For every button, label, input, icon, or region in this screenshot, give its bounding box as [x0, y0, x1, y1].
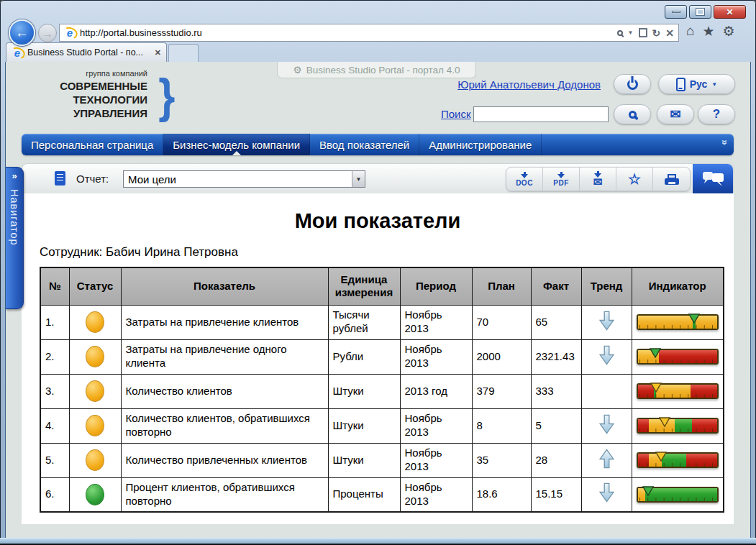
cell-trend	[581, 443, 632, 477]
col-header-status: Статус	[69, 267, 121, 305]
help-button[interactable]: ?	[698, 104, 735, 124]
cell-fact: 65	[531, 305, 581, 339]
cell-period: 2013 год	[400, 374, 472, 408]
browser-tab[interactable]: e Business Studio Portal - по... ✕	[6, 42, 167, 62]
send-mail-button[interactable]: ✉	[580, 168, 616, 191]
address-bar-icons: ▼ ↻ ✕	[617, 27, 674, 39]
cell-status	[69, 339, 121, 374]
url-text[interactable]: http://portal.businessstudio.ru	[80, 27, 613, 38]
comments-button[interactable]	[693, 164, 733, 194]
status-dot	[86, 311, 104, 333]
close-button[interactable]: ✕	[714, 5, 746, 19]
search-caret-icon[interactable]: ▼	[628, 29, 634, 36]
logout-button[interactable]	[614, 74, 651, 94]
cell-unit: Штуки	[328, 374, 400, 408]
favorites-star-icon[interactable]: ★	[702, 23, 714, 40]
status-dot	[86, 380, 104, 402]
cell-fact: 2321.43	[531, 339, 581, 374]
cell-plan: 379	[472, 374, 531, 408]
mail-button[interactable]: ✉	[657, 104, 694, 124]
gauge-bar	[637, 487, 719, 503]
compatibility-view-icon[interactable]	[639, 28, 647, 37]
cell-fact: 28	[531, 443, 581, 477]
favorite-button[interactable]: ☆	[616, 168, 653, 191]
navigator-label: Навигатор	[9, 189, 20, 246]
search-link[interactable]: Поиск	[441, 108, 471, 120]
logo-line: СОВРЕМЕННЫЕ	[60, 79, 147, 93]
trend-down-icon	[598, 414, 615, 434]
download-arrow-icon	[594, 171, 601, 178]
table-row: 5.Количество привлеченных клиентовШтукиН…	[40, 443, 724, 477]
home-icon[interactable]: ⌂	[686, 23, 694, 40]
minimize-icon	[672, 11, 680, 13]
table-row: 1.Затраты на привлечение клиентовТысячи …	[40, 305, 724, 339]
maximize-button[interactable]	[689, 5, 711, 19]
menu-item-indicator-input[interactable]: Ввод показателей	[310, 134, 419, 155]
menu-item-personal-page[interactable]: Персональная страница	[22, 134, 163, 155]
printer-icon	[665, 174, 679, 185]
cell-plan: 8	[472, 408, 531, 443]
search-button[interactable]	[614, 104, 651, 124]
cell-period: Ноябрь 2013	[400, 408, 472, 443]
cell-period: Ноябрь 2013	[400, 443, 472, 477]
cell-num: 2.	[40, 339, 69, 374]
cell-num: 5.	[40, 443, 69, 477]
download-arrow-icon	[557, 172, 565, 178]
cell-indicator-name: Затраты на привлечение клиентов	[121, 305, 328, 339]
user-name-link[interactable]: Юрий Анатольевич Додонов	[394, 78, 601, 91]
navigator-tab[interactable]: » Навигатор	[6, 167, 24, 309]
gauge-bar	[637, 383, 719, 399]
browser-window: ✕ ← → e http://portal.businessstudio.ru …	[0, 0, 756, 545]
cell-trend	[581, 408, 632, 443]
print-button[interactable]	[653, 168, 690, 191]
language-button[interactable]: Рус ▼	[658, 74, 735, 94]
cell-fact: 5	[531, 408, 581, 443]
stop-icon[interactable]: ✕	[665, 27, 674, 39]
select-dropdown-button[interactable]: ▼	[352, 171, 365, 187]
table-row: 3.Количество клиентовШтуки2013 год379333	[40, 374, 724, 408]
cell-status	[69, 305, 121, 339]
menu-collapse-icon[interactable]: »	[719, 139, 731, 145]
logo-brace: }	[159, 73, 176, 118]
gauge-marker-icon	[659, 417, 670, 427]
search-input[interactable]	[473, 106, 609, 122]
search-icon[interactable]	[617, 30, 623, 36]
cell-unit: Штуки	[328, 443, 400, 477]
export-doc-button[interactable]: DOC	[506, 168, 543, 191]
cell-num: 1.	[40, 305, 69, 339]
maximize-icon	[696, 9, 704, 15]
cell-indicator-name: Затраты на привлечение одного клиента	[121, 339, 328, 374]
cell-unit: Штуки	[328, 408, 400, 443]
report-select[interactable]: Мои цели ▼	[123, 170, 365, 188]
cell-period: Ноябрь 2013	[400, 305, 472, 339]
col-header-trend: Тренд	[581, 267, 632, 305]
cell-period: Ноябрь 2013	[400, 339, 472, 374]
cell-indicator-name: Количество привлеченных клиентов	[121, 443, 328, 477]
portal-title: Business Studio Portal - портал 4.0	[306, 65, 460, 75]
back-button[interactable]: ←	[9, 19, 35, 46]
browser-action-icons: ⌂ ★ ⚙	[686, 23, 735, 40]
new-tab-button[interactable]	[168, 44, 199, 62]
cell-trend	[581, 477, 632, 512]
menu-item-administration[interactable]: Администрирование	[419, 134, 542, 155]
cell-trend	[581, 374, 632, 408]
cell-indicator-name: Количество клиентов	[121, 374, 328, 408]
tab-close-icon[interactable]: ✕	[155, 48, 161, 58]
settings-gear-icon[interactable]: ⚙	[723, 23, 735, 40]
gauge-marker-icon	[650, 348, 661, 358]
menu-item-business-model[interactable]: Бизнес-модель компании	[163, 134, 310, 155]
minimize-button[interactable]	[665, 5, 687, 19]
col-header-fact: Факт	[531, 267, 581, 305]
help-icon: ?	[713, 107, 720, 122]
forward-arrow-icon: →	[42, 27, 53, 40]
forward-button[interactable]: →	[38, 24, 57, 42]
col-header-gauge: Индикатор	[632, 267, 724, 305]
cell-num: 3.	[40, 374, 69, 408]
refresh-icon[interactable]: ↻	[652, 27, 661, 39]
address-bar[interactable]: e http://portal.businessstudio.ru ▼ ↻ ✕	[59, 24, 679, 42]
portal-page: группа компаний СОВРЕМЕННЫЕ ТЕХНОЛОГИИ У…	[6, 62, 750, 538]
cell-trend	[581, 305, 632, 339]
export-pdf-button[interactable]: PDF	[543, 168, 580, 191]
employee-line: Сотрудник: Бабич Ирина Петровна	[40, 245, 238, 260]
gauge-marker-icon	[650, 383, 662, 393]
